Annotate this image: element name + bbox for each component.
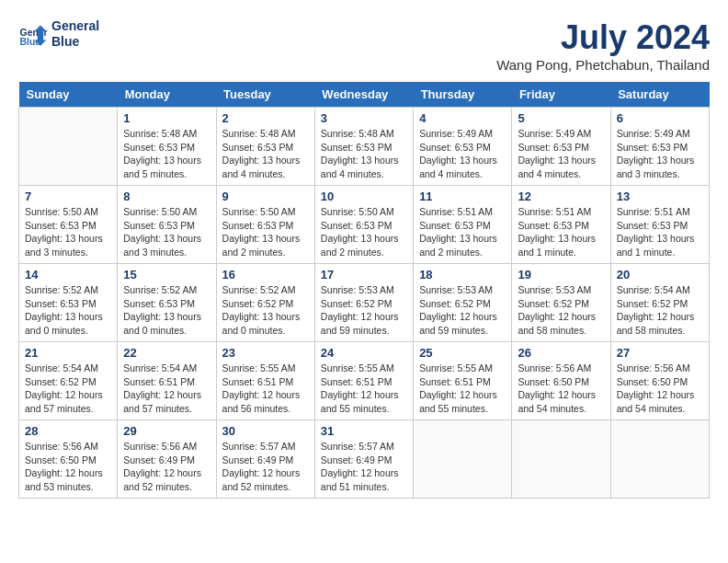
calendar-cell — [414, 420, 512, 499]
date-number: 10 — [321, 190, 407, 203]
cell-info: Sunrise: 5:50 AMSunset: 6:53 PMDaylight:… — [321, 205, 407, 259]
date-number: 28 — [25, 424, 111, 438]
date-number: 30 — [222, 424, 309, 438]
cell-info: Sunrise: 5:50 AMSunset: 6:53 PMDaylight:… — [25, 205, 111, 259]
cell-info: Sunrise: 5:57 AMSunset: 6:49 PMDaylight:… — [222, 440, 309, 494]
cell-info: Sunrise: 5:55 AMSunset: 6:51 PMDaylight:… — [222, 362, 309, 416]
calendar-cell: 7Sunrise: 5:50 AMSunset: 6:53 PMDaylight… — [19, 186, 118, 264]
date-number: 14 — [25, 268, 111, 282]
calendar-cell: 13Sunrise: 5:51 AMSunset: 6:53 PMDayligh… — [610, 186, 709, 264]
calendar-cell: 12Sunrise: 5:51 AMSunset: 6:53 PMDayligh… — [512, 186, 610, 264]
cell-info: Sunrise: 5:51 AMSunset: 6:53 PMDaylight:… — [419, 205, 506, 259]
calendar-cell — [610, 420, 709, 499]
date-number: 21 — [25, 346, 111, 360]
cell-info: Sunrise: 5:49 AMSunset: 6:53 PMDaylight:… — [617, 127, 703, 181]
calendar-cell — [19, 108, 118, 186]
cell-info: Sunrise: 5:48 AMSunset: 6:53 PMDaylight:… — [123, 127, 210, 181]
cell-info: Sunrise: 5:50 AMSunset: 6:53 PMDaylight:… — [123, 205, 210, 259]
date-number: 23 — [222, 346, 309, 360]
calendar-cell: 18Sunrise: 5:53 AMSunset: 6:52 PMDayligh… — [414, 264, 512, 342]
date-number: 13 — [617, 190, 703, 203]
cell-info: Sunrise: 5:57 AMSunset: 6:49 PMDaylight:… — [321, 440, 407, 494]
calendar-cell: 5Sunrise: 5:49 AMSunset: 6:53 PMDaylight… — [512, 108, 610, 186]
cell-info: Sunrise: 5:53 AMSunset: 6:52 PMDaylight:… — [321, 283, 407, 338]
cell-info: Sunrise: 5:55 AMSunset: 6:51 PMDaylight:… — [419, 362, 506, 416]
cell-info: Sunrise: 5:51 AMSunset: 6:53 PMDaylight:… — [617, 205, 703, 259]
calendar-cell: 26Sunrise: 5:56 AMSunset: 6:50 PMDayligh… — [512, 342, 610, 420]
calendar-cell: 3Sunrise: 5:48 AMSunset: 6:53 PMDaylight… — [314, 108, 413, 186]
calendar-cell: 10Sunrise: 5:50 AMSunset: 6:53 PMDayligh… — [314, 186, 413, 264]
cell-info: Sunrise: 5:49 AMSunset: 6:53 PMDaylight:… — [419, 127, 506, 181]
cell-info: Sunrise: 5:55 AMSunset: 6:51 PMDaylight:… — [321, 362, 407, 416]
month-title: July 2024 — [496, 18, 710, 57]
day-header-thursday: Thursday — [414, 82, 512, 108]
date-number: 22 — [123, 346, 210, 360]
cell-info: Sunrise: 5:51 AMSunset: 6:53 PMDaylight:… — [518, 205, 604, 259]
calendar-cell: 19Sunrise: 5:53 AMSunset: 6:52 PMDayligh… — [512, 264, 610, 342]
calendar-cell: 4Sunrise: 5:49 AMSunset: 6:53 PMDaylight… — [414, 108, 512, 186]
title-section: July 2024 Wang Pong, Phetchabun, Thailan… — [496, 18, 710, 73]
day-header-wednesday: Wednesday — [314, 82, 413, 108]
calendar-cell: 6Sunrise: 5:49 AMSunset: 6:53 PMDaylight… — [610, 108, 709, 186]
calendar-cell: 20Sunrise: 5:54 AMSunset: 6:52 PMDayligh… — [610, 264, 709, 342]
logo-icon: General Blue — [18, 19, 48, 49]
date-number: 26 — [518, 346, 604, 360]
date-number: 8 — [123, 190, 210, 203]
logo: General Blue General Blue — [18, 18, 99, 50]
date-number: 3 — [321, 111, 407, 125]
date-number: 1 — [123, 111, 210, 125]
cell-info: Sunrise: 5:52 AMSunset: 6:53 PMDaylight:… — [25, 283, 111, 338]
date-number: 20 — [617, 268, 703, 282]
calendar-cell: 14Sunrise: 5:52 AMSunset: 6:53 PMDayligh… — [19, 264, 118, 342]
day-header-saturday: Saturday — [610, 82, 709, 108]
date-number: 12 — [518, 190, 604, 203]
cell-info: Sunrise: 5:56 AMSunset: 6:50 PMDaylight:… — [518, 362, 604, 416]
date-number: 7 — [25, 190, 111, 203]
cell-info: Sunrise: 5:54 AMSunset: 6:52 PMDaylight:… — [25, 362, 111, 416]
date-number: 16 — [222, 268, 309, 282]
cell-info: Sunrise: 5:48 AMSunset: 6:53 PMDaylight:… — [222, 127, 309, 181]
calendar-cell: 8Sunrise: 5:50 AMSunset: 6:53 PMDaylight… — [118, 186, 216, 264]
cell-info: Sunrise: 5:56 AMSunset: 6:50 PMDaylight:… — [617, 362, 703, 416]
cell-info: Sunrise: 5:48 AMSunset: 6:53 PMDaylight:… — [321, 127, 407, 181]
date-number: 18 — [419, 268, 506, 282]
calendar-cell — [512, 420, 610, 499]
calendar-cell: 9Sunrise: 5:50 AMSunset: 6:53 PMDaylight… — [216, 186, 314, 264]
cell-info: Sunrise: 5:53 AMSunset: 6:52 PMDaylight:… — [518, 283, 604, 338]
date-number: 6 — [617, 111, 703, 125]
calendar-cell: 30Sunrise: 5:57 AMSunset: 6:49 PMDayligh… — [216, 420, 314, 499]
calendar-cell: 2Sunrise: 5:48 AMSunset: 6:53 PMDaylight… — [216, 108, 314, 186]
calendar-cell: 27Sunrise: 5:56 AMSunset: 6:50 PMDayligh… — [610, 342, 709, 420]
date-number: 29 — [123, 424, 210, 438]
calendar-cell: 25Sunrise: 5:55 AMSunset: 6:51 PMDayligh… — [414, 342, 512, 420]
date-number: 9 — [222, 190, 309, 203]
cell-info: Sunrise: 5:50 AMSunset: 6:53 PMDaylight:… — [222, 205, 309, 259]
calendar-cell: 29Sunrise: 5:56 AMSunset: 6:49 PMDayligh… — [118, 420, 216, 499]
date-number: 11 — [419, 190, 506, 203]
calendar-cell: 17Sunrise: 5:53 AMSunset: 6:52 PMDayligh… — [314, 264, 413, 342]
calendar-cell: 23Sunrise: 5:55 AMSunset: 6:51 PMDayligh… — [216, 342, 314, 420]
date-number: 27 — [617, 346, 703, 360]
calendar-cell: 31Sunrise: 5:57 AMSunset: 6:49 PMDayligh… — [314, 420, 413, 499]
cell-info: Sunrise: 5:56 AMSunset: 6:50 PMDaylight:… — [25, 440, 111, 494]
date-number: 24 — [321, 346, 407, 360]
calendar-cell: 1Sunrise: 5:48 AMSunset: 6:53 PMDaylight… — [118, 108, 216, 186]
date-number: 25 — [419, 346, 506, 360]
date-number: 15 — [123, 268, 210, 282]
calendar-cell: 22Sunrise: 5:54 AMSunset: 6:51 PMDayligh… — [118, 342, 216, 420]
date-number: 31 — [321, 424, 407, 438]
page-header: General Blue General Blue July 2024 Wang… — [18, 18, 710, 73]
date-number: 19 — [518, 268, 604, 282]
date-number: 17 — [321, 268, 407, 282]
cell-info: Sunrise: 5:56 AMSunset: 6:49 PMDaylight:… — [123, 440, 210, 494]
calendar-cell: 15Sunrise: 5:52 AMSunset: 6:53 PMDayligh… — [118, 264, 216, 342]
calendar-cell: 16Sunrise: 5:52 AMSunset: 6:52 PMDayligh… — [216, 264, 314, 342]
cell-info: Sunrise: 5:52 AMSunset: 6:53 PMDaylight:… — [123, 283, 210, 338]
calendar-table: SundayMondayTuesdayWednesdayThursdayFrid… — [18, 82, 710, 499]
cell-info: Sunrise: 5:53 AMSunset: 6:52 PMDaylight:… — [419, 283, 506, 338]
cell-info: Sunrise: 5:49 AMSunset: 6:53 PMDaylight:… — [518, 127, 604, 181]
cell-info: Sunrise: 5:54 AMSunset: 6:51 PMDaylight:… — [123, 362, 210, 416]
calendar-cell: 11Sunrise: 5:51 AMSunset: 6:53 PMDayligh… — [414, 186, 512, 264]
cell-info: Sunrise: 5:52 AMSunset: 6:52 PMDaylight:… — [222, 283, 309, 338]
calendar-cell: 21Sunrise: 5:54 AMSunset: 6:52 PMDayligh… — [19, 342, 118, 420]
